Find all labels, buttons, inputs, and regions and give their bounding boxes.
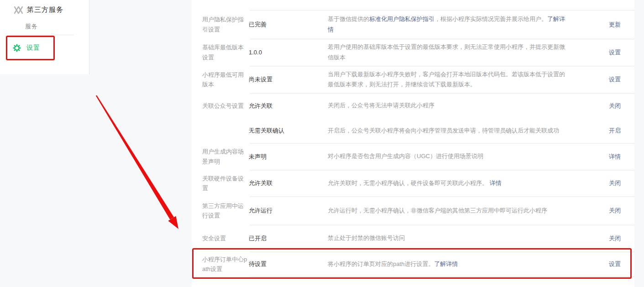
settings-table: 用户隐私保护指引设置 已完善 基于微信提供的标准化用户隐私保护指引，根据小程序实… bbox=[192, 10, 634, 276]
sidebar-title: 第三方服务 bbox=[27, 5, 63, 14]
row-action-link[interactable]: 开启 bbox=[609, 127, 634, 135]
row-action-link[interactable]: 设置 bbox=[609, 260, 634, 268]
row-label: 用户隐私保护指引设置 bbox=[202, 15, 249, 34]
desc-inline-link[interactable]: 了解详情 bbox=[434, 260, 458, 267]
row-action-link[interactable]: 设置 bbox=[609, 75, 634, 84]
row-desc: 禁止处于封禁的微信账号访问 bbox=[328, 233, 566, 243]
third-party-service-settings-page: 第三方服务 服务 bbox=[0, 0, 644, 287]
sidebar-divider bbox=[9, 35, 74, 35]
row-action-link[interactable]: 关闭 bbox=[609, 234, 634, 243]
row-value: 已完善 bbox=[249, 21, 328, 29]
table-row: 第三方应用中运行设置 允许运行 允许运行时，无需小程序确认，非微信客户端的其他第… bbox=[192, 197, 634, 225]
table-row: 用户生成内容场景声明 未声明 对小程序是否包含用户生成内容（UGC）进行使用场景… bbox=[192, 143, 634, 170]
row-desc: 将小程序的订单页对应的path进行设置。了解详情 bbox=[328, 259, 566, 269]
row-action-link[interactable]: 关闭 bbox=[609, 179, 634, 187]
row-desc: 对小程序是否包含用户生成内容（UGC）进行使用场景说明 bbox=[328, 151, 566, 161]
row-label: 小程序订单中心path设置 bbox=[202, 255, 249, 274]
row-action-link[interactable]: 设置 bbox=[609, 48, 634, 57]
row-value: 已开启 bbox=[249, 234, 328, 243]
row-label: 小程序最低可用版本 bbox=[202, 70, 249, 90]
row-label: 安全设置 bbox=[202, 234, 249, 243]
desc-text: 基于微信提供的 bbox=[328, 16, 369, 22]
row-value: 允许关联 bbox=[249, 179, 328, 187]
row-desc: 关闭后，公众号将无法申请关联此小程序 bbox=[328, 101, 566, 111]
table-row: 关联公众号设置 允许关联 关闭后，公众号将无法申请关联此小程序 关闭 bbox=[192, 93, 634, 118]
settings-panel: 用户隐私保护指引设置 已完善 基于微信提供的标准化用户隐私保护指引，根据小程序实… bbox=[192, 0, 634, 287]
row-desc: 允许运行时，无需小程序确认，非微信客户端的其他第三方应用中即可运行此小程序 bbox=[328, 206, 566, 216]
desc-text: 允许运行时，无需小程序确认，非微信客户端的其他第三方应用中即可运行此小程序 bbox=[328, 207, 547, 214]
annotation-arrow bbox=[96, 95, 178, 229]
desc-text: 若用户使用的基础库版本低于设置的最低版本要求，则无法正常使用小程序，并提示更新微… bbox=[328, 43, 565, 60]
sidebar-header: 第三方服务 bbox=[14, 5, 63, 14]
row-desc: 基于微信提供的标准化用户隐私保护指引，根据小程序实际情况完善并展示给用户。了解详… bbox=[328, 14, 566, 34]
row-action-link[interactable]: 详情 bbox=[609, 153, 634, 161]
desc-inline-link[interactable]: 详情 bbox=[490, 180, 502, 186]
row-value: 尚未设置 bbox=[249, 75, 328, 84]
row-label: 第三方应用中运行设置 bbox=[202, 201, 249, 221]
desc-text: 关闭后，公众号将无法申请关联此小程序 bbox=[328, 102, 435, 109]
row-action-link[interactable]: 关闭 bbox=[609, 207, 634, 215]
third-party-logo-icon bbox=[14, 6, 23, 14]
table-row: 无需关联确认 开启后，公众号关联小程序将会向小程序管理员发送申请，待管理员确认后… bbox=[192, 118, 634, 143]
row-desc: 若用户使用的基础库版本低于设置的最低版本要求，则无法正常使用小程序，并提示更新微… bbox=[328, 42, 566, 62]
row-value: 无需关联确认 bbox=[249, 127, 328, 135]
table-row: 关联硬件设备设置 允许关联 允许关联时，无需小程序确认，硬件设备即可关联此小程序… bbox=[192, 170, 634, 197]
row-desc: 开启后，公众号关联小程序将会向小程序管理员发送申请，待管理员确认后才能关联成功 bbox=[328, 126, 566, 136]
row-label: 用户生成内容场景声明 bbox=[202, 147, 249, 166]
table-row: 小程序订单中心path设置 待设置 将小程序的订单页对应的path进行设置。了解… bbox=[192, 252, 634, 276]
table-row: 基础库最低版本设置 1.0.0 若用户使用的基础库版本低于设置的最低版本要求，则… bbox=[192, 39, 634, 66]
sidebar-item-settings[interactable]: 设置 bbox=[13, 44, 40, 52]
row-value: 未声明 bbox=[249, 153, 328, 161]
row-label: 关联公众号设置 bbox=[202, 101, 249, 111]
desc-text: 允许关联时，无需小程序确认，硬件设备即可关联此小程序。 bbox=[328, 180, 490, 186]
row-action-link[interactable]: 更新 bbox=[609, 21, 634, 29]
table-row: 安全设置 已开启 禁止处于封禁的微信账号访问 关闭 bbox=[192, 225, 634, 252]
row-action-link[interactable]: 关闭 bbox=[609, 102, 634, 110]
sidebar-item-settings-label: 设置 bbox=[26, 44, 40, 52]
desc-text: 当用户下载最新版本小程序失败时，客户端会打开本地旧版本代码包。若该版本低于设置的… bbox=[328, 71, 565, 88]
row-label: 关联硬件设备设置 bbox=[202, 174, 249, 193]
row-value: 允许运行 bbox=[249, 207, 328, 215]
desc-text: 将小程序的订单页对应的path进行设置。 bbox=[328, 260, 434, 267]
desc-text: ，根据小程序实际情况完善并展示给用户。 bbox=[435, 16, 547, 22]
desc-text: 开启后，公众号关联小程序将会向小程序管理员发送申请，待管理员确认后才能关联成功 bbox=[328, 127, 559, 134]
row-value: 待设置 bbox=[249, 260, 328, 268]
row-label: 基础库最低版本设置 bbox=[202, 43, 249, 62]
row-desc: 允许关联时，无需小程序确认，硬件设备即可关联此小程序。 详情 bbox=[328, 178, 566, 188]
desc-text: 对小程序是否包含用户生成内容（UGC）进行使用场景说明 bbox=[328, 153, 483, 159]
row-value: 允许关联 bbox=[249, 102, 328, 110]
row-value: 1.0.0 bbox=[249, 49, 328, 56]
table-row: 小程序最低可用版本 尚未设置 当用户下载最新版本小程序失败时，客户端会打开本地旧… bbox=[192, 66, 634, 93]
desc-text: 禁止处于封禁的微信账号访问 bbox=[328, 234, 405, 241]
table-row: 用户隐私保护指引设置 已完善 基于微信提供的标准化用户隐私保护指引，根据小程序实… bbox=[192, 10, 634, 39]
gear-icon bbox=[13, 44, 21, 52]
desc-inline-link[interactable]: 标准化用户隐私保护指引 bbox=[369, 16, 435, 22]
sidebar: 第三方服务 服务 bbox=[0, 0, 89, 74]
sidebar-group-label: 服务 bbox=[25, 22, 38, 31]
row-desc: 当用户下载最新版本小程序失败时，客户端会打开本地旧版本代码包。若该版本低于设置的… bbox=[328, 69, 566, 90]
